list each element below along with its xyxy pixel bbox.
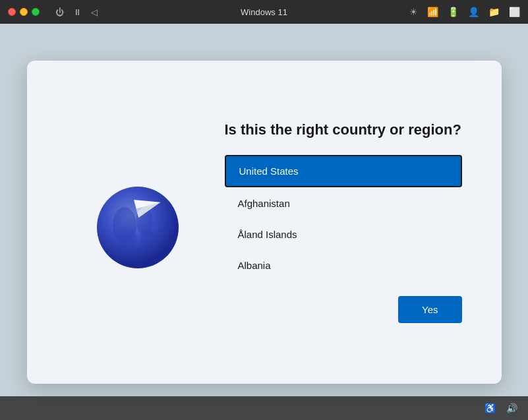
back-icon: ◁ [91,7,98,17]
right-section: Is this the right country or region? Uni… [212,121,462,324]
titlebar-left-icons: ⏻ ⏸ ◁ [55,7,98,17]
minimize-button[interactable] [20,8,28,16]
accessibility-icon: ♿ [484,403,496,413]
left-section [67,169,212,275]
titlebar-title: Windows 11 [241,7,287,17]
globe-illustration [86,169,192,275]
folder-icon: 📁 [488,7,500,17]
question-title: Is this the right country or region? [225,121,462,140]
titlebar: ⏻ ⏸ ◁ Windows 11 ☀ 📶 🔋 👤 📁 ⬜ [0,0,528,24]
svg-point-5 [140,226,154,247]
power-icon: ⏻ [55,7,64,17]
titlebar-title-area: Windows 11 [241,7,287,17]
country-item-afghanistan[interactable]: Afghanistan [225,189,462,218]
country-list: United States Afghanistan Åland Islands … [225,155,462,280]
signal-icon: 📶 [427,7,438,17]
country-item-aland-islands[interactable]: Åland Islands [225,220,462,249]
person-icon: 👤 [468,7,479,17]
battery-icon: 🔋 [448,7,459,17]
country-item-united-states[interactable]: United States [225,155,462,187]
main-area: Is this the right country or region? Uni… [0,24,528,420]
window-card: Is this the right country or region? Uni… [27,61,502,384]
svg-point-3 [118,225,136,252]
brightness-icon: ☀ [409,7,418,17]
pause-icon: ⏸ [73,7,82,17]
close-button[interactable] [8,8,16,16]
titlebar-icons: ☀ 📶 🔋 👤 📁 ⬜ [409,7,520,17]
maximize-button[interactable] [32,8,40,16]
yes-button[interactable]: Yes [398,296,461,323]
window-icon: ⬜ [509,7,520,17]
volume-icon: 🔊 [506,403,517,413]
status-bar: ♿ 🔊 [0,396,528,420]
country-item-albania[interactable]: Albania [225,251,462,280]
traffic-lights [8,8,40,16]
